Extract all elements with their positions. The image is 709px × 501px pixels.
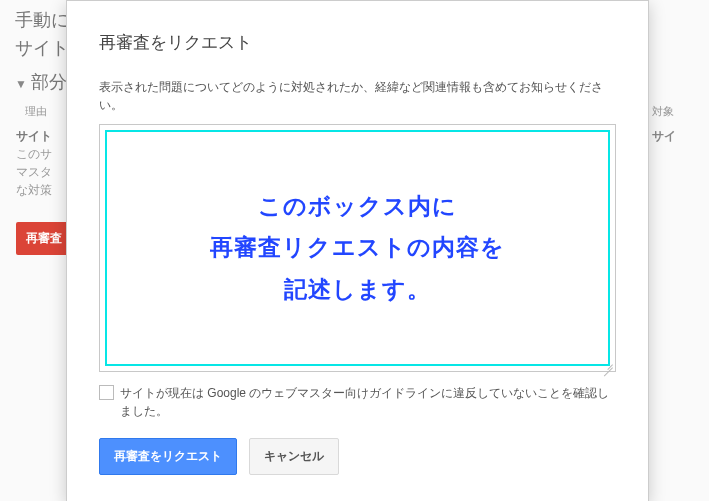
modal-instruction: 表示された問題についてどのように対処されたか、経緯など関連情報も含めてお知らせく… [99, 78, 616, 114]
bg-section: ▼部分 [15, 70, 67, 94]
review-request-modal: 再審査をリクエスト 表示された問題についてどのように対処されたか、経緯など関連情… [66, 0, 649, 501]
target-label: 対象 [652, 104, 674, 119]
bg-section-label: 部分 [31, 72, 67, 92]
side-text: このサ マスタ な対策 [16, 145, 66, 199]
bg-text-2: サイト [15, 36, 69, 60]
button-row: 再審査をリクエスト キャンセル [99, 438, 616, 475]
confirm-checkbox[interactable] [99, 385, 114, 400]
confirm-checkbox-label: サイトが現在は Google のウェブマスター向けガイドラインに違反していないこ… [120, 384, 616, 420]
confirm-checkbox-row[interactable]: サイトが現在は Google のウェブマスター向けガイドラインに違反していないこ… [99, 384, 616, 420]
submit-button[interactable]: 再審査をリクエスト [99, 438, 237, 475]
side-title: サイト [16, 128, 52, 145]
review-request-textarea[interactable] [99, 124, 616, 372]
modal-title: 再審査をリクエスト [99, 31, 616, 54]
triangle-icon: ▼ [15, 77, 27, 91]
bg-text-1: 手動に [15, 8, 69, 32]
textarea-wrapper: このボックス内に再審査リクエストの内容を記述します。 [99, 124, 616, 372]
bg-review-button: 再審査 [16, 222, 72, 255]
cancel-button[interactable]: キャンセル [249, 438, 339, 475]
site-label: サイ [652, 128, 676, 145]
reason-label: 理由 [25, 104, 47, 119]
